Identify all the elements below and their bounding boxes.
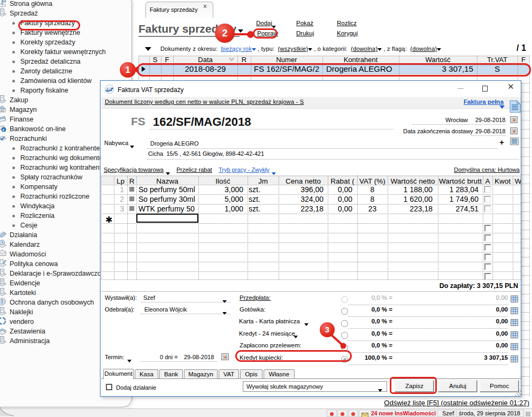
- svg-text:GT: GT: [106, 87, 113, 92]
- svg-text:e: e: [3, 127, 5, 132]
